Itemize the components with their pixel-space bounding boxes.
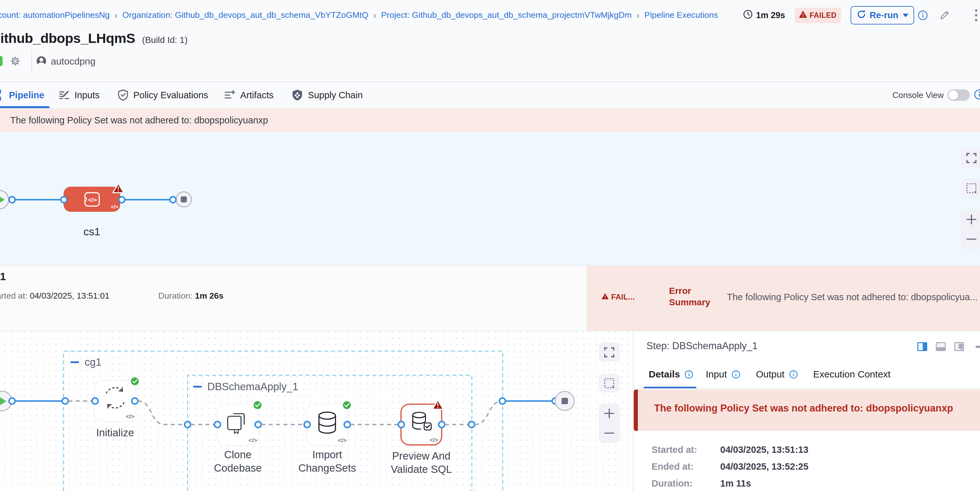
layout-split-right-icon[interactable] bbox=[917, 342, 927, 351]
breadcrumb-account-link[interactable]: Account: automationPipelinesNg bbox=[0, 10, 110, 20]
end-node bbox=[555, 391, 574, 410]
layout-bottom-icon[interactable] bbox=[936, 342, 946, 351]
step-label[interactable]: Clone bbox=[224, 449, 251, 461]
connector-dot bbox=[92, 398, 98, 404]
connector-dot bbox=[61, 197, 67, 203]
error-summary-label: Error Summary bbox=[669, 285, 710, 308]
zoom-out-button[interactable] bbox=[604, 428, 615, 439]
console-view-label: Console View bbox=[892, 90, 944, 100]
connector-dot bbox=[62, 398, 68, 404]
panel-collapse-icon[interactable] bbox=[975, 345, 980, 348]
connector-dot bbox=[9, 398, 15, 404]
connector-dot bbox=[344, 422, 350, 428]
elapsed-time: 1m 29s bbox=[743, 10, 785, 21]
zoom-out-button[interactable] bbox=[966, 234, 977, 245]
supply-chain-shield-icon bbox=[291, 89, 303, 101]
group-label[interactable]: DBSchemaApply_1 bbox=[207, 381, 298, 392]
trigger-user: autocdpng bbox=[51, 56, 95, 67]
tab-supply-chain[interactable]: Supply Chain bbox=[291, 89, 363, 101]
info-icon[interactable] bbox=[684, 370, 694, 379]
step-graph: cg1 DBSchemaApply_1 bbox=[0, 331, 633, 491]
console-view-info-icon bbox=[974, 89, 980, 102]
zoom-controls bbox=[599, 404, 620, 443]
step-label[interactable]: Validate SQL bbox=[391, 463, 452, 475]
rerun-button[interactable]: Re-run bbox=[851, 6, 914, 24]
tab-policy-evaluations[interactable]: Policy Evaluations bbox=[118, 89, 208, 101]
connector-dot bbox=[9, 197, 15, 203]
kv-row-duration: Duration:1m 11s bbox=[652, 478, 751, 489]
code-glyph: </> bbox=[338, 437, 346, 443]
connector-dot bbox=[439, 422, 445, 428]
step-label[interactable]: Import bbox=[312, 449, 342, 461]
step-graph-canvas[interactable]: cg1 DBSchemaApply_1 bbox=[0, 331, 633, 491]
rerun-dropdown-caret-icon[interactable] bbox=[903, 14, 908, 17]
layout-float-icon[interactable] bbox=[954, 342, 964, 351]
connector-dot bbox=[469, 422, 475, 428]
info-icon[interactable] bbox=[789, 370, 798, 379]
step-label[interactable]: Codebase bbox=[214, 462, 262, 474]
panel-tab-input[interactable]: Input bbox=[706, 369, 741, 380]
step-label[interactable]: Initialize bbox=[96, 427, 134, 439]
stage-node-cs1[interactable]: </> </> bbox=[64, 183, 124, 212]
error-banner-accent bbox=[634, 389, 638, 431]
stage-graph-canvas[interactable]: </> </> cs1 bbox=[0, 132, 980, 265]
stage-error-summary: FAIL... Error Summary The following Poli… bbox=[587, 266, 980, 331]
gear-icon[interactable] bbox=[11, 56, 20, 67]
group-label[interactable]: cg1 bbox=[84, 356, 102, 368]
divider bbox=[633, 388, 980, 389]
zoom-in-button[interactable] bbox=[966, 214, 977, 225]
connector-dot bbox=[500, 398, 506, 404]
tab-inputs[interactable]: Inputs bbox=[59, 90, 100, 100]
stage-started-at: Started at: 04/03/2025, 13:51:01 bbox=[0, 291, 110, 301]
info-icon[interactable] bbox=[917, 10, 928, 21]
start-node bbox=[0, 191, 9, 209]
breadcrumb-project-link[interactable]: Project: Github_db_devops_aut_db_schema_… bbox=[381, 10, 632, 20]
console-view-control: Console View bbox=[892, 82, 980, 108]
fullscreen-button[interactable] bbox=[961, 148, 980, 168]
step-clone-codebase[interactable]: </> Clone Codebase bbox=[214, 401, 262, 474]
tab-artifacts[interactable]: Artifacts bbox=[224, 90, 274, 100]
step-label[interactable]: Preview And bbox=[392, 450, 450, 462]
edit-pencil-icon[interactable] bbox=[939, 10, 950, 21]
marquee-select-button[interactable] bbox=[961, 179, 980, 198]
code-glyph: </> bbox=[430, 437, 438, 443]
panel-layout-controls bbox=[917, 342, 980, 351]
panel-tab-details[interactable]: Details bbox=[649, 369, 694, 380]
step-details-panel: Step: DBSchemaApply_1 Details bbox=[633, 331, 980, 491]
marquee-select-button[interactable] bbox=[599, 373, 620, 392]
fullscreen-button[interactable] bbox=[599, 343, 620, 362]
tab-pipeline[interactable]: Pipeline bbox=[0, 89, 44, 102]
breadcrumb-pipeline-executions-link[interactable]: Pipeline Executions bbox=[644, 10, 718, 20]
connector-dot bbox=[255, 422, 261, 428]
stage-label[interactable]: cs1 bbox=[84, 226, 100, 238]
step-error-banner: The following Policy Set was not adhered… bbox=[634, 389, 980, 431]
rerun-refresh-icon bbox=[856, 9, 867, 22]
step-preview-validate-sql[interactable]: </> Preview And Validate SQL bbox=[391, 400, 452, 475]
info-icon[interactable] bbox=[731, 370, 741, 379]
console-view-toggle[interactable] bbox=[948, 89, 970, 101]
step-import-changesets[interactable]: </> Import ChangeSets bbox=[298, 401, 356, 474]
artifacts-icon bbox=[224, 90, 235, 100]
step-initialize[interactable]: </> Initialize bbox=[94, 377, 139, 439]
kebab-menu-icon[interactable] bbox=[974, 8, 979, 22]
zoom-in-button[interactable] bbox=[604, 408, 615, 419]
warning-icon bbox=[799, 11, 807, 20]
panel-tab-execution-context[interactable]: Execution Context bbox=[813, 369, 890, 380]
breadcrumb-organization-link[interactable]: Organization: Github_db_devops_aut_db_sc… bbox=[123, 10, 368, 20]
branch-chip bbox=[0, 56, 3, 66]
success-badge bbox=[130, 377, 139, 386]
success-badge bbox=[253, 401, 262, 410]
avatar bbox=[37, 56, 46, 66]
shield-check-icon bbox=[118, 89, 129, 101]
edge-dashed bbox=[138, 401, 185, 424]
step-label[interactable]: ChangeSets bbox=[298, 462, 356, 474]
panel-tab-output[interactable]: Output bbox=[756, 369, 798, 380]
divider bbox=[0, 108, 980, 109]
tab-bar: Pipeline Inputs Policy Evaluations Artif… bbox=[0, 82, 980, 108]
execution-detail-area: cg1 DBSchemaApply_1 bbox=[0, 331, 980, 491]
kv-row-ended: Ended at:04/03/2025, 13:52:25 bbox=[652, 461, 808, 472]
step-details-title: Step: DBSchemaApply_1 bbox=[646, 340, 758, 352]
breadcrumb-separator-icon: › bbox=[115, 10, 117, 21]
svg-text:</>: </> bbox=[88, 197, 97, 203]
code-glyph: </> bbox=[111, 204, 118, 210]
